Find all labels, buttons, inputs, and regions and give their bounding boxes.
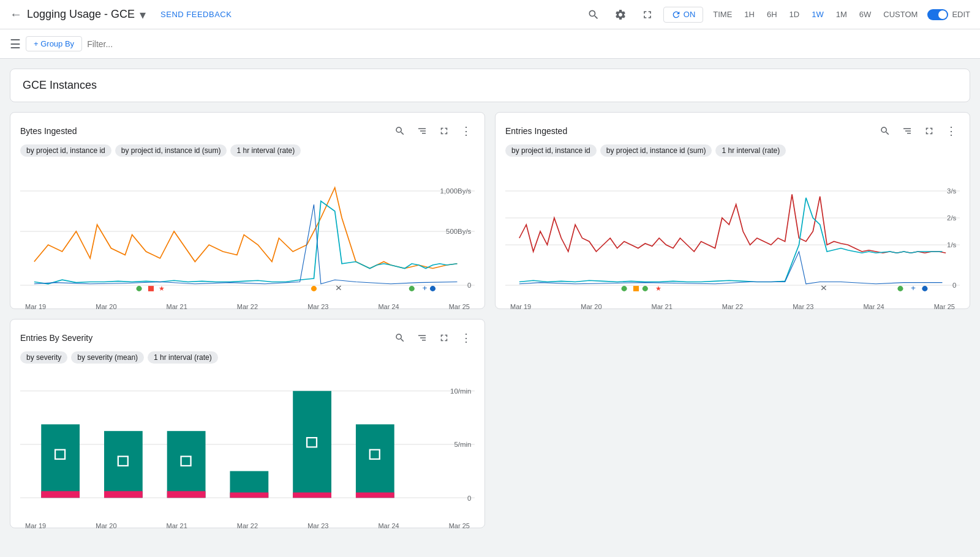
bytes-legend-icon[interactable] [413,122,431,140]
fullscreen-icon[interactable] [636,4,658,26]
severity-search-icon[interactable] [391,329,409,346]
svg-point-27 [897,286,903,291]
section-header-card: GCE Instances [10,69,970,102]
entries-ingested-icons: ⋮ [876,122,960,140]
time-1d[interactable]: 1D [785,7,805,21]
title-dropdown-icon[interactable]: ▾ [140,7,146,22]
menu-icon[interactable]: ☰ [10,37,21,51]
svg-text:2/s: 2/s [947,215,957,222]
entries-expand-icon[interactable] [921,122,938,140]
svg-rect-48 [293,493,331,498]
svg-text:+: + [911,283,916,293]
bytes-expand-icon[interactable] [435,122,453,140]
bytes-tag-1[interactable]: by project id, instance id [20,144,111,157]
group-by-button[interactable]: + Group By [26,36,82,51]
time-label: TIME [708,7,737,21]
entries-more-icon[interactable]: ⋮ [943,122,960,140]
settings-icon[interactable] [609,4,631,26]
svg-rect-50 [356,424,394,498]
filter-bar: ☰ + Group By [0,29,980,59]
bytes-x-mar23: Mar 23 [307,303,328,310]
severity-tag-2[interactable]: by severity (mean) [71,351,144,364]
bytes-chart-area: 1,000By/s 500By/s 0 ★ ✕ + [20,164,475,299]
svg-rect-37 [41,491,80,498]
time-custom[interactable]: CUSTOM [878,7,922,21]
entries-legend-icon[interactable] [899,122,916,140]
bytes-x-mar25: Mar 25 [449,303,470,310]
severity-title: Entries By Severity [20,333,92,343]
nav-left: ← Logging Usage - GCE ▾ SEND FEEDBACK [10,7,582,22]
entries-chart-svg: 3/s 2/s 1/s 0 ★ ✕ + [505,164,960,299]
send-feedback-button[interactable]: SEND FEEDBACK [160,10,232,19]
entries-search-icon[interactable] [876,122,894,140]
severity-x-mar19: Mar 19 [25,522,46,529]
severity-expand-icon[interactable] [435,329,453,346]
severity-tags: by severity by severity (mean) 1 hr inte… [20,351,475,364]
severity-x-mar23: Mar 23 [307,522,328,529]
toggle-switch[interactable]: EDIT [927,9,970,20]
svg-text:1/s: 1/s [947,242,957,249]
entries-x-mar22: Mar 22 [722,303,743,310]
entries-x-labels: Mar 19 Mar 20 Mar 21 Mar 22 Mar 23 Mar 2… [505,301,960,310]
svg-point-6 [136,286,141,291]
bytes-x-mar20: Mar 20 [96,303,116,310]
entries-tag-1[interactable]: by project id, instance id [505,144,597,157]
time-6w[interactable]: 6W [854,7,876,21]
entries-ingested-title: Entries Ingested [505,126,567,136]
bytes-chart-svg: 1,000By/s 500By/s 0 ★ ✕ + [20,164,475,299]
toggle-control[interactable] [927,9,948,20]
nav-right: ON TIME 1H 6H 1D 1W 1M 6W CUSTOM EDIT [582,4,970,26]
entries-ingested-card: Entries Ingested ⋮ by project id, instan… [495,112,970,309]
entries-x-mar19: Mar 19 [510,303,531,310]
time-6h[interactable]: 6H [762,7,782,21]
svg-point-24 [643,286,648,291]
time-1h[interactable]: 1H [739,7,760,21]
severity-x-mar21: Mar 21 [167,522,187,529]
severity-icons: ⋮ [391,329,475,346]
severity-tag-3[interactable]: 1 hr interval (rate) [148,351,218,364]
bytes-ingested-card: Bytes Ingested ⋮ by project id, instance… [10,112,485,309]
back-button[interactable]: ← [10,7,22,21]
time-options: TIME 1H 6H 1D 1W 1M 6W CUSTOM [708,7,922,21]
bytes-ingested-header: Bytes Ingested ⋮ [20,122,475,140]
bytes-ingested-icons: ⋮ [391,122,475,140]
bytes-x-mar24: Mar 24 [378,303,399,310]
severity-header: Entries By Severity ⋮ [20,329,475,346]
bytes-x-mar21: Mar 21 [167,303,187,310]
severity-card: Entries By Severity ⋮ by severity by [10,319,485,528]
group-by-label: + Group By [34,39,74,48]
severity-legend-icon[interactable] [413,329,431,346]
severity-more-icon[interactable]: ⋮ [458,329,475,346]
toggle-knob [938,10,947,19]
svg-text:0: 0 [467,282,471,290]
entries-ingested-header: Entries Ingested ⋮ [505,122,960,140]
severity-tag-1[interactable]: by severity [20,351,67,364]
svg-rect-42 [167,431,206,498]
filter-input[interactable] [87,39,970,49]
svg-rect-36 [41,424,80,498]
entries-tag-3[interactable]: 1 hr interval (rate) [715,144,786,157]
entries-chart-area: 3/s 2/s 1/s 0 ★ ✕ + [505,164,960,299]
chart-grid-top: Bytes Ingested ⋮ by project id, instance… [10,112,970,309]
svg-rect-7 [148,286,154,291]
svg-rect-46 [230,493,268,498]
bytes-tag-3[interactable]: 1 hr interval (rate) [230,144,301,157]
time-1w[interactable]: 1W [807,7,829,21]
svg-text:★: ★ [159,285,165,292]
svg-point-13 [430,286,435,291]
bytes-tags: by project id, instance id by project id… [20,144,475,157]
severity-x-mar24: Mar 24 [378,522,399,529]
bytes-search-icon[interactable] [391,122,409,140]
chart-grid-bottom: Entries By Severity ⋮ by severity by [10,319,970,528]
severity-chart-area: 10/min 5/min 0 [20,371,475,518]
time-1m[interactable]: 1M [831,7,852,21]
svg-rect-51 [356,493,394,498]
svg-rect-43 [167,491,206,498]
bytes-more-icon[interactable]: ⋮ [458,122,475,140]
svg-text:5/min: 5/min [454,441,471,449]
svg-text:10/min: 10/min [450,387,471,395]
refresh-button[interactable]: ON [663,7,704,23]
entries-tag-2[interactable]: by project id, instance id (sum) [600,144,712,157]
bytes-tag-2[interactable]: by project id, instance id (sum) [115,144,227,157]
search-icon[interactable] [582,4,605,26]
